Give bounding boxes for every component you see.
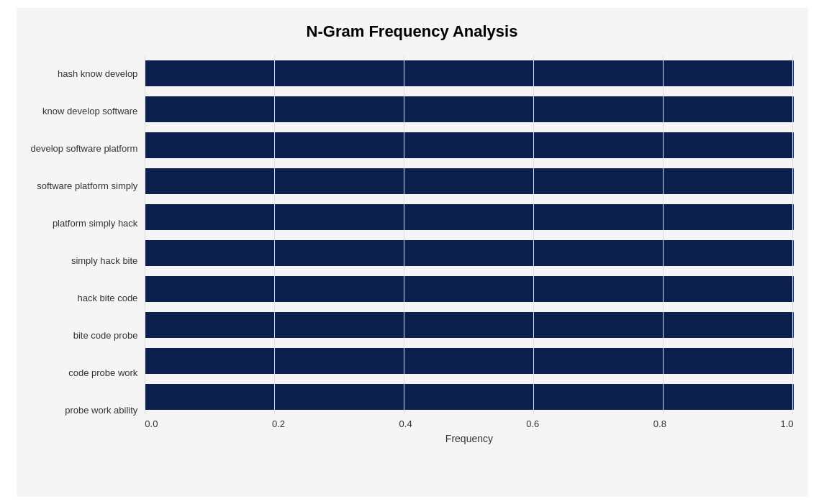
bar bbox=[145, 312, 793, 338]
bar bbox=[145, 132, 793, 158]
bar bbox=[145, 204, 793, 230]
bar bbox=[145, 240, 793, 266]
x-tick-label: 0.6 bbox=[526, 418, 539, 429]
y-labels: hash know developknow develop softwarede… bbox=[31, 55, 145, 451]
y-axis-label: hack bite code bbox=[78, 293, 138, 303]
chart-area: hash know developknow develop softwarede… bbox=[31, 55, 794, 451]
y-axis-label: platform simply hack bbox=[53, 219, 137, 228]
chart-container: N-Gram Frequency Analysis hash know deve… bbox=[17, 8, 808, 497]
bar-row bbox=[145, 201, 793, 234]
bar bbox=[145, 276, 793, 302]
bar-row bbox=[145, 380, 793, 413]
bar-row bbox=[145, 237, 793, 270]
x-tick-label: 0.4 bbox=[399, 418, 412, 429]
y-axis-label: code probe work bbox=[68, 368, 137, 377]
y-axis-label: know develop software bbox=[42, 106, 137, 116]
chart-title: N-Gram Frequency Analysis bbox=[31, 22, 794, 41]
x-axis-label: Frequency bbox=[145, 433, 793, 444]
y-axis-label: hash know develop bbox=[58, 69, 137, 78]
bar bbox=[145, 96, 793, 122]
x-tick-label: 0.8 bbox=[653, 418, 666, 429]
bar-row bbox=[145, 129, 793, 162]
bar bbox=[145, 348, 793, 374]
y-axis-label: software platform simply bbox=[37, 181, 137, 191]
y-axis-label: bite code probe bbox=[73, 331, 138, 340]
x-tick-label: 0.0 bbox=[145, 418, 158, 429]
bar bbox=[145, 168, 793, 194]
y-axis-label: simply hack bite bbox=[71, 256, 137, 265]
x-tick-label: 1.0 bbox=[780, 418, 793, 429]
y-axis-label: probe work ability bbox=[65, 406, 137, 415]
bars-area bbox=[145, 55, 793, 415]
bar-row bbox=[145, 57, 793, 90]
bar bbox=[145, 384, 793, 410]
bar-row bbox=[145, 308, 793, 342]
bars-and-x: 0.00.20.40.60.81.0 Frequency bbox=[145, 55, 793, 451]
bar-row bbox=[145, 272, 793, 306]
y-axis-label: develop software platform bbox=[31, 144, 138, 153]
x-axis-area: 0.00.20.40.60.81.0 Frequency bbox=[145, 415, 793, 451]
x-tick-label: 0.2 bbox=[272, 418, 285, 429]
bar-row bbox=[145, 165, 793, 198]
bar-row bbox=[145, 93, 793, 126]
x-ticks: 0.00.20.40.60.81.0 bbox=[145, 415, 793, 429]
bar bbox=[145, 60, 793, 86]
bar-row bbox=[145, 344, 793, 377]
